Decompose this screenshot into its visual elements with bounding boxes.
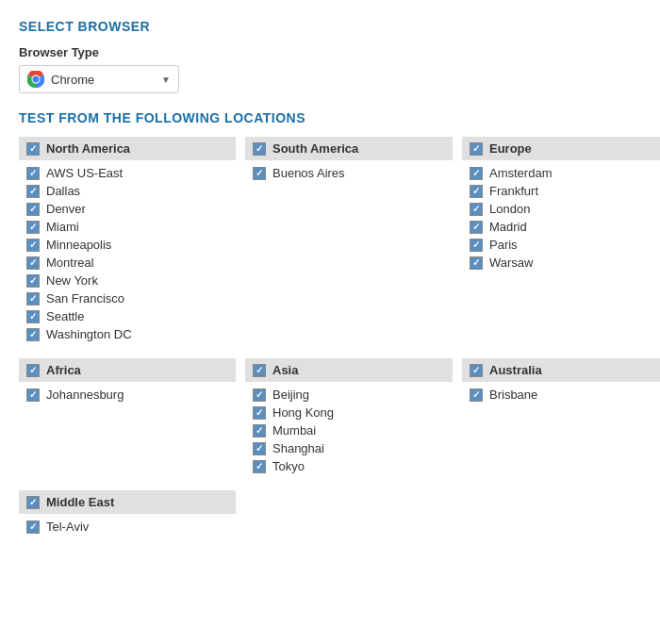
- browser-type-label: Browser Type: [19, 45, 641, 59]
- location-label: Minneapolis: [46, 238, 111, 252]
- list-item[interactable]: Warsaw: [462, 254, 660, 272]
- location-label: Denver: [46, 202, 86, 216]
- location-checkbox[interactable]: [470, 239, 483, 252]
- location-checkbox[interactable]: [26, 388, 40, 402]
- list-item[interactable]: Montreal: [19, 254, 236, 272]
- location-label: Paris: [489, 238, 518, 252]
- location-label: Washington DC: [46, 327, 132, 341]
- region-header-asia[interactable]: Asia: [245, 358, 453, 382]
- location-checkbox[interactable]: [26, 239, 40, 252]
- location-checkbox[interactable]: [253, 442, 266, 455]
- location-checkbox[interactable]: [26, 274, 40, 288]
- location-checkbox[interactable]: [26, 310, 40, 323]
- location-checkbox[interactable]: [470, 185, 483, 198]
- list-item[interactable]: Paris: [462, 236, 660, 254]
- list-item[interactable]: Amsterdam: [462, 164, 660, 182]
- list-item[interactable]: Johannesburg: [19, 386, 236, 404]
- region-europe: Europe Amsterdam Frankfurt London Madrid…: [462, 137, 660, 343]
- region-north-america: North America AWS US-East Dallas Denver …: [19, 137, 236, 343]
- list-item[interactable]: Dallas: [19, 182, 236, 200]
- region-header-middle-east[interactable]: Middle East: [19, 490, 236, 514]
- region-middle-east: Middle East Tel-Aviv: [19, 490, 236, 536]
- location-label: Dallas: [46, 184, 80, 198]
- location-label: Tel-Aviv: [46, 520, 89, 534]
- region-name-north-america: North America: [46, 141, 130, 156]
- region-checkbox-europe[interactable]: [470, 142, 483, 156]
- region-checkbox-middle-east[interactable]: [26, 496, 40, 509]
- location-checkbox[interactable]: [253, 167, 266, 180]
- locations-grid-row2: Africa Johannesburg Asia Beijing Hong Ko…: [19, 358, 641, 490]
- list-item[interactable]: Hong Kong: [245, 404, 453, 421]
- location-checkbox[interactable]: [253, 406, 266, 420]
- region-checkbox-south-america[interactable]: [253, 142, 266, 156]
- location-checkbox[interactable]: [253, 460, 266, 473]
- location-checkbox[interactable]: [470, 221, 483, 234]
- list-item[interactable]: Mumbai: [245, 421, 453, 439]
- location-label: New York: [46, 273, 98, 288]
- list-item[interactable]: Brisbane: [462, 386, 660, 404]
- region-header-europe[interactable]: Europe: [462, 137, 660, 160]
- svg-point-2: [33, 76, 40, 83]
- list-item[interactable]: Washington DC: [19, 325, 236, 343]
- list-item[interactable]: Denver: [19, 200, 236, 218]
- location-checkbox[interactable]: [26, 328, 40, 341]
- location-checkbox[interactable]: [253, 388, 266, 402]
- location-label: Mumbai: [272, 423, 316, 438]
- chrome-icon: [27, 71, 44, 88]
- location-label: Brisbane: [489, 388, 537, 402]
- location-checkbox[interactable]: [26, 520, 40, 534]
- location-checkbox[interactable]: [253, 424, 266, 438]
- list-item[interactable]: Shanghai: [245, 439, 453, 457]
- chevron-down-icon: ▼: [161, 74, 171, 85]
- location-checkbox[interactable]: [470, 256, 483, 270]
- location-checkbox[interactable]: [26, 167, 40, 180]
- location-checkbox[interactable]: [470, 203, 483, 216]
- list-item[interactable]: Seattle: [19, 307, 236, 325]
- select-browser-title: SELECT BROWSER: [19, 19, 641, 34]
- list-item[interactable]: Madrid: [462, 218, 660, 236]
- region-checkbox-north-america[interactable]: [26, 142, 40, 156]
- region-name-europe: Europe: [489, 141, 532, 156]
- location-label: Warsaw: [489, 256, 533, 270]
- list-item[interactable]: San Francisco: [19, 289, 236, 307]
- locations-section: TEST FROM THE FOLLOWING LOCATIONS North …: [19, 110, 641, 551]
- browser-type-dropdown[interactable]: Chrome ▼: [19, 65, 179, 93]
- browser-name-label: Chrome: [51, 73, 156, 87]
- location-label: Shanghai: [272, 441, 324, 455]
- region-checkbox-africa[interactable]: [26, 364, 40, 377]
- select-browser-section: SELECT BROWSER Browser Type Chrome ▼: [19, 19, 641, 93]
- location-checkbox[interactable]: [26, 292, 40, 305]
- region-header-africa[interactable]: Africa: [19, 358, 236, 382]
- location-checkbox[interactable]: [470, 167, 483, 180]
- list-item[interactable]: Minneapolis: [19, 236, 236, 254]
- location-checkbox[interactable]: [26, 256, 40, 270]
- location-checkbox[interactable]: [26, 221, 40, 234]
- region-name-africa: Africa: [46, 363, 81, 377]
- region-header-north-america[interactable]: North America: [19, 137, 236, 160]
- list-item[interactable]: Tokyo: [245, 457, 453, 475]
- test-locations-title: TEST FROM THE FOLLOWING LOCATIONS: [19, 110, 641, 125]
- location-checkbox[interactable]: [26, 203, 40, 216]
- list-item[interactable]: London: [462, 200, 660, 218]
- region-header-south-america[interactable]: South America: [245, 137, 453, 160]
- list-item[interactable]: AWS US-East: [19, 164, 236, 182]
- list-item[interactable]: Beijing: [245, 386, 453, 404]
- region-name-australia: Australia: [489, 363, 542, 377]
- location-label: Tokyo: [272, 459, 305, 473]
- location-label: Johannesburg: [46, 388, 124, 402]
- region-checkbox-asia[interactable]: [253, 364, 266, 377]
- region-name-south-america: South America: [272, 141, 358, 156]
- list-item[interactable]: Frankfurt: [462, 182, 660, 200]
- list-item[interactable]: Miami: [19, 218, 236, 236]
- region-checkbox-australia[interactable]: [470, 364, 483, 377]
- list-item[interactable]: Buenos Aires: [245, 164, 453, 182]
- location-label: Amsterdam: [489, 166, 552, 180]
- list-item[interactable]: Tel-Aviv: [19, 518, 236, 536]
- list-item[interactable]: New York: [19, 272, 236, 289]
- location-checkbox[interactable]: [470, 388, 483, 402]
- region-header-australia[interactable]: Australia: [462, 358, 660, 382]
- region-south-america: South America Buenos Aires: [245, 137, 453, 343]
- location-label: London: [489, 202, 530, 216]
- location-checkbox[interactable]: [26, 185, 40, 198]
- region-africa: Africa Johannesburg: [19, 358, 236, 475]
